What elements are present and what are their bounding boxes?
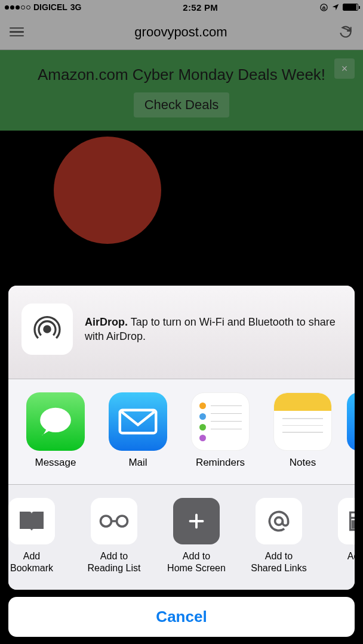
share-app-mail[interactable]: Mail	[97, 392, 179, 469]
svg-point-3	[40, 408, 71, 432]
glasses-icon	[91, 498, 137, 544]
svg-rect-9	[352, 521, 355, 528]
action-home-screen[interactable]: Add to Home Screen	[155, 498, 238, 574]
share-app-more[interactable]	[344, 392, 355, 469]
at-icon	[256, 498, 302, 544]
app-label: Mail	[128, 457, 147, 469]
share-sheet: AirDrop. Tap to turn on Wi-Fi and Blueto…	[8, 286, 355, 637]
airdrop-section[interactable]: AirDrop. Tap to turn on Wi-Fi and Blueto…	[8, 286, 355, 379]
action-label: Add to Home Screen	[167, 550, 226, 574]
svg-point-5	[101, 516, 112, 527]
svg-point-6	[117, 516, 128, 527]
app-label: Reminders	[196, 457, 245, 469]
more-app-icon	[347, 392, 355, 451]
action-reading-list[interactable]: Add to Reading List	[73, 498, 155, 574]
share-app-notes[interactable]: Notes	[262, 392, 344, 469]
share-app-message[interactable]: Message	[14, 392, 97, 469]
action-more[interactable]: Add to	[320, 498, 355, 574]
app-row[interactable]: Message Mail Reminders	[8, 379, 355, 484]
app-label: Notes	[290, 457, 316, 469]
cancel-button[interactable]: Cancel	[8, 597, 355, 637]
airdrop-text: AirDrop. Tap to turn on Wi-Fi and Blueto…	[85, 315, 342, 344]
mail-icon	[109, 392, 167, 451]
action-label: Add to Shared Links	[251, 550, 306, 574]
action-add-bookmark[interactable]: Add Bookmark	[8, 498, 73, 574]
app-label: Message	[35, 457, 76, 469]
action-label: Add to Reading List	[88, 550, 141, 574]
notes-icon	[273, 392, 332, 451]
share-sheet-panel: AirDrop. Tap to turn on Wi-Fi and Blueto…	[8, 286, 355, 590]
svg-point-2	[44, 326, 50, 332]
message-icon	[26, 392, 85, 451]
airdrop-title: AirDrop.	[85, 316, 128, 328]
action-label: Add to	[347, 550, 355, 562]
reminders-icon	[191, 392, 250, 451]
action-shared-links[interactable]: Add to Shared Links	[238, 498, 320, 574]
svg-point-7	[275, 518, 283, 525]
share-app-reminders[interactable]: Reminders	[179, 392, 262, 469]
bookmark-icon	[8, 498, 55, 544]
action-row[interactable]: Add Bookmark Add to Reading List Add to …	[8, 485, 355, 590]
airdrop-icon	[21, 304, 73, 355]
more-action-icon	[338, 498, 355, 544]
plus-icon	[173, 498, 220, 544]
action-label: Add Bookmark	[10, 550, 53, 574]
